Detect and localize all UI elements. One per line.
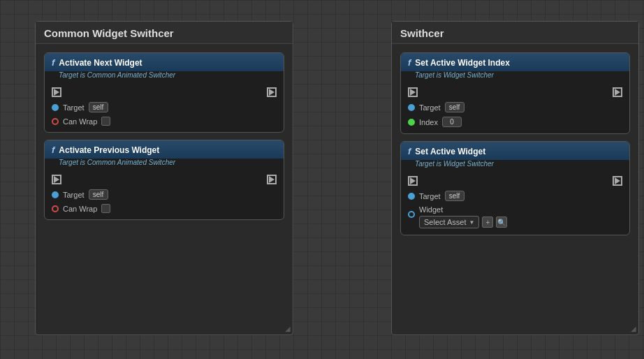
- target-pin-1[interactable]: [52, 104, 59, 111]
- activate-previous-widget-title: Activate Previous Widget: [59, 145, 159, 155]
- target-label-1: Target: [63, 103, 85, 112]
- exec-row-2: [50, 172, 278, 187]
- left-panel: Common Widget Swithcer f Activate Next W…: [35, 21, 293, 335]
- select-asset-label: Select Asset: [424, 218, 467, 226]
- canwrap-pin-row-1: Can Wrap: [50, 115, 278, 128]
- index-label: Index: [419, 118, 438, 126]
- widget-label: Widget: [419, 205, 507, 214]
- exec-pin-out-3[interactable]: [613, 87, 622, 97]
- exec-arrow-out-3: [615, 89, 620, 96]
- set-active-widget-index-title: Set Active Widget Index: [415, 58, 509, 68]
- exec-arrow-in-3: [410, 89, 416, 96]
- target-label-2: Target: [63, 191, 85, 199]
- search-widget-button[interactable]: 🔍: [496, 217, 507, 228]
- set-active-widget-header: f Set Active Widget: [401, 142, 629, 160]
- exec-arrow-in-4: [410, 177, 416, 184]
- left-panel-title: Common Widget Swithcer: [36, 22, 293, 44]
- set-active-widget-index-node: f Set Active Widget Index Target is Widg…: [400, 52, 630, 134]
- target-pin-4[interactable]: [408, 193, 415, 200]
- widget-pin-content: Widget Select Asset ▼ + 🔍: [419, 205, 507, 228]
- target-label-3: Target: [419, 103, 441, 112]
- activate-next-widget-body: Target self Can Wrap: [45, 80, 284, 132]
- right-panel-content: f Set Active Widget Index Target is Widg…: [392, 44, 638, 244]
- widget-pin[interactable]: [408, 211, 415, 218]
- exec-pin-out-4[interactable]: [613, 176, 622, 186]
- widget-controls: Select Asset ▼ + 🔍: [419, 216, 507, 228]
- canwrap-checkbox-2[interactable]: [101, 204, 110, 213]
- target-value-2[interactable]: self: [89, 189, 108, 200]
- target-pin-row-4: Target self: [407, 189, 624, 203]
- exec-arrow-out-1: [269, 89, 275, 96]
- set-active-widget-index-header: f Set Active Widget Index: [401, 53, 629, 71]
- activate-next-widget-node: f Activate Next Widget Target is Common …: [44, 52, 284, 133]
- right-panel-title: Swithcer: [392, 22, 638, 44]
- exec-row-1: [50, 85, 278, 100]
- func-icon-2: f: [52, 145, 54, 155]
- activate-previous-widget-node: f Activate Previous Widget Target is Com…: [44, 140, 284, 220]
- target-pin-row-2: Target self: [50, 187, 278, 202]
- right-panel: Swithcer f Set Active Widget Index Targe…: [391, 21, 639, 335]
- right-corner-mark: ◢: [631, 325, 636, 332]
- set-active-widget-index-body: Target self Index 0: [401, 80, 629, 133]
- exec-arrow-in-1: [54, 89, 59, 96]
- target-value-3[interactable]: self: [445, 102, 464, 112]
- canwrap-label-2: Can Wrap: [63, 205, 97, 213]
- exec-pin-out-1[interactable]: [267, 87, 277, 97]
- set-active-widget-subtitle: Target is Widget Switcher: [415, 160, 629, 169]
- target-pin-row-1: Target self: [50, 100, 278, 115]
- target-pin-3[interactable]: [408, 104, 415, 111]
- widget-pin-row: Widget Select Asset ▼ + 🔍: [407, 203, 624, 230]
- target-value-4[interactable]: self: [445, 191, 464, 201]
- set-active-widget-title: Set Active Widget: [415, 147, 485, 156]
- dropdown-arrow-icon: ▼: [469, 219, 475, 226]
- index-pin[interactable]: [408, 119, 415, 126]
- activate-previous-widget-subtitle: Target is Common Animated Switcher: [59, 159, 284, 168]
- activate-next-widget-subtitle: Target is Common Animated Switcher: [59, 71, 284, 80]
- select-asset-dropdown[interactable]: Select Asset ▼: [419, 216, 479, 228]
- exec-pin-out-2[interactable]: [267, 175, 277, 184]
- exec-pin-in-1[interactable]: [52, 87, 61, 97]
- exec-pin-in-2[interactable]: [52, 175, 61, 184]
- left-panel-content: f Activate Next Widget Target is Common …: [36, 44, 293, 228]
- index-pin-row: Index 0: [407, 115, 624, 129]
- set-active-widget-body: Target self Widget Select Asset ▼ +: [401, 169, 629, 235]
- canwrap-label-1: Can Wrap: [63, 117, 97, 126]
- target-label-4: Target: [419, 192, 441, 200]
- target-pin-2[interactable]: [52, 191, 59, 198]
- exec-pin-in-4[interactable]: [408, 176, 418, 186]
- set-active-widget-index-subtitle: Target is Widget Switcher: [415, 71, 629, 80]
- func-icon-4: f: [408, 146, 411, 156]
- activate-next-widget-header: f Activate Next Widget: [45, 53, 284, 71]
- canwrap-checkbox-1[interactable]: [101, 117, 110, 126]
- exec-arrow-out-4: [615, 177, 620, 184]
- activate-previous-widget-body: Target self Can Wrap: [45, 168, 284, 219]
- index-value[interactable]: 0: [442, 117, 462, 127]
- add-widget-button[interactable]: +: [482, 217, 493, 228]
- canwrap-pin-1[interactable]: [52, 118, 59, 125]
- target-pin-row-3: Target self: [407, 100, 624, 115]
- canwrap-pin-row-2: Can Wrap: [50, 202, 278, 215]
- exec-arrow-in-2: [54, 176, 59, 183]
- exec-pin-in-3[interactable]: [408, 87, 418, 97]
- activate-previous-widget-header: f Activate Previous Widget: [45, 140, 284, 159]
- func-icon-1: f: [52, 57, 54, 68]
- exec-row-3: [407, 85, 624, 100]
- exec-row-4: [407, 173, 624, 189]
- activate-next-widget-title: Activate Next Widget: [59, 58, 142, 68]
- set-active-widget-node: f Set Active Widget Target is Widget Swi…: [400, 141, 630, 235]
- left-corner-mark: ◢: [285, 325, 291, 332]
- func-icon-3: f: [408, 57, 411, 68]
- exec-arrow-out-2: [269, 176, 275, 183]
- canwrap-pin-2[interactable]: [52, 205, 59, 212]
- target-value-1[interactable]: self: [89, 102, 108, 112]
